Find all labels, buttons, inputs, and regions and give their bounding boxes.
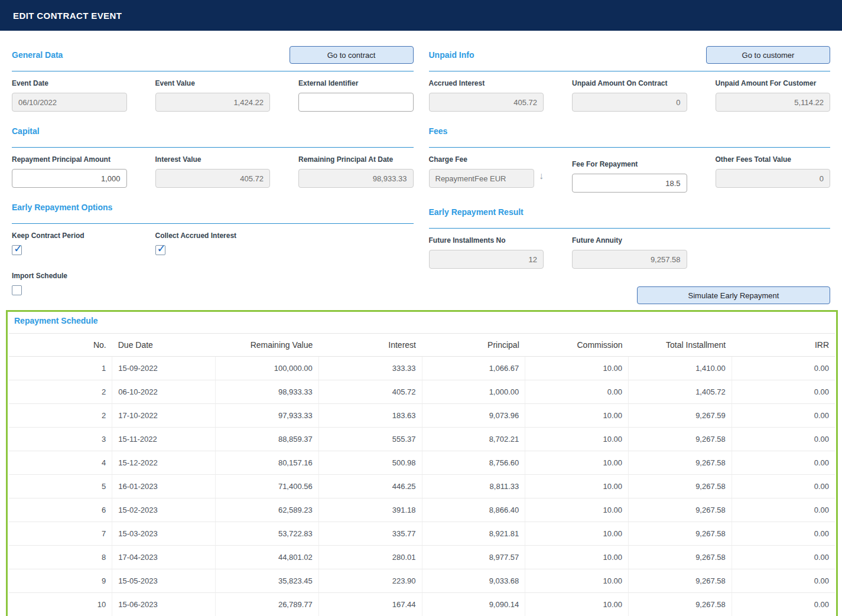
left-column: General Data Go to contract Event Date E… [12, 46, 414, 304]
event-date-input [12, 93, 127, 112]
table-row[interactable]: 2 06-10-2022 98,933.33 405.72 1,000.00 0… [9, 380, 835, 404]
cell-principal: 8,702.21 [422, 428, 525, 451]
cell-irr: 0.00 [732, 546, 835, 569]
cell-due-date: 15-12-2022 [112, 451, 216, 475]
future-installments-field: Future Installments No [429, 236, 544, 269]
event-value-field: Event Value [155, 79, 271, 112]
cell-irr: 0.00 [732, 404, 835, 428]
event-value-label: Event Value [155, 79, 271, 87]
cell-remaining-value: 100,000.00 [216, 357, 319, 380]
table-row[interactable]: 10 15-06-2023 26,789.77 167.44 9,090.14 … [9, 593, 835, 616]
repayment-schedule-table: No. Due Date Remaining Value Interest Pr… [9, 333, 835, 616]
cell-no: 2 [9, 380, 112, 404]
repayment-principal-input[interactable] [12, 169, 127, 188]
repayment-principal-label: Repayment Principal Amount [12, 155, 127, 164]
cell-commission: 10.00 [525, 404, 629, 428]
cell-total-installment: 9,267.58 [629, 451, 732, 475]
cell-due-date: 15-02-2023 [112, 498, 216, 522]
column-header-irr[interactable]: IRR [732, 334, 835, 357]
cell-interest: 333.33 [318, 357, 422, 380]
fee-for-repayment-field: Fee For Repayment [572, 160, 687, 193]
cell-total-installment: 1,410.00 [629, 357, 732, 380]
cell-principal: 9,073.96 [422, 404, 525, 428]
cell-irr: 0.00 [732, 522, 835, 546]
cell-interest: 391.18 [318, 498, 422, 522]
cell-no: 2 [9, 404, 112, 428]
cell-total-installment: 9,267.58 [629, 569, 732, 593]
section-title-fees: Fees [429, 126, 448, 136]
table-row[interactable]: 2 17-10-2022 97,933.33 183.63 9,073.96 1… [9, 404, 835, 428]
remaining-principal-field: Remaining Principal At Date [298, 155, 414, 188]
main-content: General Data Go to contract Event Date E… [0, 46, 842, 304]
external-identifier-input[interactable] [298, 93, 414, 112]
cell-remaining-value: 62,589.23 [216, 498, 319, 522]
column-header-no[interactable]: No. [9, 334, 112, 357]
column-header-commission[interactable]: Commission [525, 334, 629, 357]
column-header-total-installment[interactable]: Total Installment [629, 334, 732, 357]
column-header-principal[interactable]: Principal [422, 334, 525, 357]
future-installments-input [429, 250, 544, 269]
go-to-contract-button[interactable]: Go to contract [290, 46, 414, 64]
table-row[interactable]: 9 15-05-2023 35,823.45 223.90 9,033.68 1… [9, 569, 835, 593]
cell-total-installment: 9,267.58 [629, 522, 732, 546]
unpaid-for-customer-label: Unpaid Amount For Customer [716, 79, 831, 87]
cell-irr: 0.00 [732, 569, 835, 593]
dropdown-arrow-icon[interactable]: ↓ [539, 171, 544, 181]
keep-contract-period-label: Keep Contract Period [12, 232, 127, 240]
collect-accrued-interest-checkbox[interactable] [155, 245, 165, 255]
column-header-remaining-value[interactable]: Remaining Value [216, 334, 319, 357]
table-row[interactable]: 6 15-02-2023 62,589.23 391.18 8,866.40 1… [9, 498, 835, 522]
other-fees-label: Other Fees Total Value [716, 155, 831, 164]
charge-fee-label: Charge Fee [429, 155, 544, 164]
cell-interest: 555.37 [318, 428, 422, 451]
simulate-early-repayment-button[interactable]: Simulate Early Repayment [637, 286, 830, 304]
cell-no: 10 [9, 593, 112, 616]
cell-remaining-value: 26,789.77 [216, 593, 319, 616]
app-header: EDIT CONTRACT EVENT [0, 0, 842, 31]
table-row[interactable]: 4 15-12-2022 80,157.16 500.98 8,756.60 1… [9, 451, 835, 475]
cell-no: 8 [9, 546, 112, 569]
table-row[interactable]: 8 17-04-2023 44,801.02 280.01 8,977.57 1… [9, 546, 835, 569]
cell-no: 3 [9, 428, 112, 451]
event-value-input [155, 93, 271, 112]
column-header-due-date[interactable]: Due Date [112, 334, 216, 357]
remaining-principal-label: Remaining Principal At Date [298, 155, 414, 164]
other-fees-field: Other Fees Total Value [716, 155, 831, 193]
cell-interest: 223.90 [318, 569, 422, 593]
section-title-early-repayment-result: Early Repayment Result [429, 207, 524, 217]
go-to-customer-button[interactable]: Go to customer [706, 46, 830, 64]
cell-commission: 10.00 [525, 522, 629, 546]
external-identifier-label: External Identifier [298, 79, 414, 87]
future-annuity-label: Future Annuity [572, 236, 687, 245]
import-schedule-checkbox[interactable] [12, 285, 22, 295]
cell-total-installment: 9,267.58 [629, 593, 732, 616]
cell-principal: 9,090.14 [422, 593, 525, 616]
table-row[interactable]: 5 16-01-2023 71,400.56 446.25 8,811.33 1… [9, 475, 835, 498]
cell-remaining-value: 44,801.02 [216, 546, 319, 569]
section-title-early-repayment-options: Early Repayment Options [12, 203, 112, 212]
cell-commission: 10.00 [525, 428, 629, 451]
section-title-general-data: General Data [12, 50, 63, 60]
cell-interest: 500.98 [318, 451, 422, 475]
table-row[interactable]: 7 15-03-2023 53,722.83 335.77 8,921.81 1… [9, 522, 835, 546]
cell-remaining-value: 53,722.83 [216, 522, 319, 546]
cell-irr: 0.00 [732, 451, 835, 475]
cell-interest: 183.63 [318, 404, 422, 428]
charge-fee-input[interactable] [429, 169, 535, 188]
fee-for-repayment-input[interactable] [572, 174, 687, 193]
cell-due-date: 15-06-2023 [112, 593, 216, 616]
cell-interest: 405.72 [318, 380, 422, 404]
cell-irr: 0.00 [732, 593, 835, 616]
cell-remaining-value: 88,859.37 [216, 428, 319, 451]
cell-commission: 10.00 [525, 498, 629, 522]
section-title-repayment-schedule: Repayment Schedule [9, 315, 835, 325]
right-column: Unpaid Info Go to customer Accrued Inter… [429, 46, 831, 304]
table-row[interactable]: 1 15-09-2022 100,000.00 333.33 1,066.67 … [9, 357, 835, 380]
keep-contract-period-checkbox[interactable] [12, 245, 22, 255]
column-header-interest[interactable]: Interest [318, 334, 422, 357]
collect-accrued-interest-field: Collect Accrued Interest [155, 232, 271, 255]
interest-value-field: Interest Value [155, 155, 271, 188]
table-row[interactable]: 3 15-11-2022 88,859.37 555.37 8,702.21 1… [9, 428, 835, 451]
section-title-capital: Capital [12, 126, 40, 136]
cell-irr: 0.00 [732, 357, 835, 380]
